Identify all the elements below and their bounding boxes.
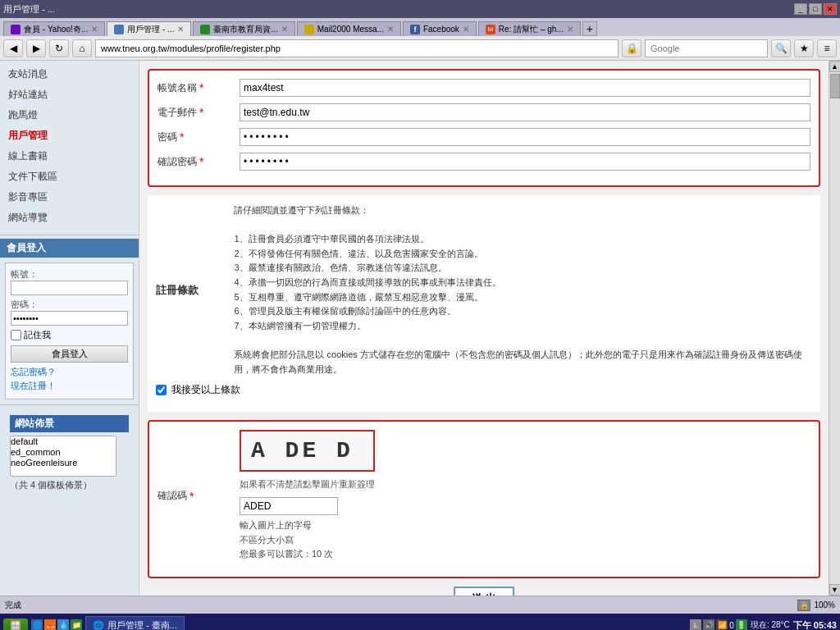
sidebar-item-links[interactable]: 好站連結 xyxy=(0,84,139,105)
login-account-input[interactable] xyxy=(11,281,128,295)
menu-button[interactable]: ≡ xyxy=(817,39,837,57)
tray-network[interactable]: 📶 xyxy=(716,619,728,630)
theme-option-neo[interactable]: neoGreenleisure xyxy=(11,458,116,468)
taskbar-right: L 🔊 📶 0 🔋 現在: 28°C 下午 05:43 xyxy=(690,619,837,631)
login-password-label: 密碼： xyxy=(11,299,128,311)
captcha-hint: 輸入圖片上的字母 不區分大小寫 您最多可以嘗試：10 次 xyxy=(240,518,375,562)
scroll-thumb[interactable] xyxy=(830,74,840,98)
forward-button[interactable]: ▶ xyxy=(26,39,46,57)
maximize-button[interactable]: □ xyxy=(809,3,822,15)
sidebar-item-marquee[interactable]: 跑馬燈 xyxy=(0,105,139,126)
account-required: * xyxy=(199,81,203,94)
tab-gmail[interactable]: M Re: 請幫忙 – gh... ✕ xyxy=(478,21,581,36)
login-remember-row: 記住我 xyxy=(11,329,128,341)
ssl-icon: 🔒 xyxy=(622,39,641,57)
confirm-input[interactable] xyxy=(240,153,810,171)
tab-yahoo[interactable]: 會員 - Yahoo!奇... ✕ xyxy=(3,21,105,36)
title-bar: 用戶管理 - ... _ □ ✕ xyxy=(0,0,840,18)
tab-facebook-label: Facebook xyxy=(423,25,459,34)
sidebar-item-sitemap[interactable]: 網站導覽 xyxy=(0,208,139,228)
account-row: 帳號名稱 * xyxy=(158,79,810,97)
taskbar-icon-3[interactable]: 💧 xyxy=(57,619,69,630)
yahoo-icon xyxy=(11,25,21,34)
tab-user[interactable]: 用戶管理 - ... ✕ xyxy=(107,21,191,36)
captcha-controls: A DE D 如果看不清楚請點擊圖片重新簽理 輸入圖片上的字母 不區分大小寫 您… xyxy=(240,430,375,562)
status-left: 完成 xyxy=(5,600,21,611)
login-remember-checkbox[interactable] xyxy=(11,330,21,340)
taskbar-icons: 🌐 🦊 💧 📁 xyxy=(31,619,82,630)
terms-section: 註冊條款 請仔細閱讀並遵守下列註冊條款： 1、註冊會員必須遵守中華民國的各項法律… xyxy=(148,195,820,412)
scrollbar: ▲ ▼ xyxy=(829,61,840,596)
url-bar[interactable] xyxy=(95,39,619,57)
scroll-up-button[interactable]: ▲ xyxy=(829,61,841,72)
status-text: 完成 xyxy=(5,600,21,611)
theme-count: （共 4 個樣板佈景） xyxy=(10,479,129,491)
tab-tainan[interactable]: 臺南市教育局資... ✕ xyxy=(193,21,294,36)
zoom-level: 100% xyxy=(814,600,835,609)
new-tab-button[interactable]: + xyxy=(582,21,597,36)
taskbar-app-icon: 🌐 xyxy=(93,620,104,631)
terms-checkbox[interactable] xyxy=(156,385,167,395)
main-content: 帳號名稱 * 電子郵件 * 密碼 * xyxy=(139,61,829,596)
login-account-label: 帳號： xyxy=(11,268,128,281)
forgot-password-link[interactable]: 忘記密碼？ xyxy=(11,366,128,378)
login-password-field: 密碼： xyxy=(11,299,128,326)
register-link[interactable]: 現在註冊！ xyxy=(11,380,128,392)
theme-option-default[interactable]: default xyxy=(11,436,116,447)
captcha-refresh-text[interactable]: 如果看不清楚請點擊圖片重新簽理 xyxy=(240,478,375,491)
taskbar-icon-2[interactable]: 🦊 xyxy=(44,619,56,630)
tab-yahoo-close[interactable]: ✕ xyxy=(91,25,98,34)
search-input[interactable] xyxy=(645,39,768,57)
confirm-label: 確認密碼 * xyxy=(158,155,240,169)
tray-sound[interactable]: 🔊 xyxy=(703,619,714,630)
sidebar: 友站消息 好站連結 跑馬燈 用戶管理 線上書籍 文件下載區 影音專區 網站導覽 … xyxy=(0,61,139,596)
tab-mail-close[interactable]: ✕ xyxy=(387,25,394,34)
tab-mail[interactable]: Mail2000 Messa... ✕ xyxy=(297,21,401,36)
tab-gmail-close[interactable]: ✕ xyxy=(567,25,573,34)
terms-title-label: 註冊條款 xyxy=(156,203,226,377)
back-button[interactable]: ◀ xyxy=(3,39,23,57)
email-row: 電子郵件 * xyxy=(158,103,810,121)
minimize-button[interactable]: _ xyxy=(794,3,807,15)
status-bar: 完成 🔒 100% xyxy=(0,596,840,614)
scroll-down-button[interactable]: ▼ xyxy=(829,584,841,596)
password-label: 密碼 * xyxy=(158,130,240,144)
submit-button[interactable]: 送 出 xyxy=(454,587,514,596)
account-input[interactable] xyxy=(240,79,810,97)
sidebar-item-friends[interactable]: 友站消息 xyxy=(0,64,139,84)
email-input[interactable] xyxy=(240,103,810,121)
sidebar-item-online-books[interactable]: 線上書籍 xyxy=(0,146,139,167)
home-button[interactable]: ⌂ xyxy=(72,39,92,57)
theme-select[interactable]: default ed_common neoGreenleisure xyxy=(10,436,116,477)
tab-facebook-close[interactable]: ✕ xyxy=(463,25,469,34)
window-controls: _ □ ✕ xyxy=(794,3,837,15)
confirm-required: * xyxy=(199,155,203,168)
refresh-button[interactable]: ↻ xyxy=(49,39,69,57)
captcha-input[interactable] xyxy=(240,497,338,515)
search-button[interactable]: 🔍 xyxy=(771,39,791,57)
sidebar-item-media[interactable]: 影音專區 xyxy=(0,187,139,208)
page-container: 友站消息 好站連結 跑馬燈 用戶管理 線上書籍 文件下載區 影音專區 網站導覽 … xyxy=(0,61,840,596)
captcha-image[interactable]: A DE D xyxy=(240,430,375,472)
tab-bar: 會員 - Yahoo!奇... ✕ 用戶管理 - ... ✕ 臺南市教育局資..… xyxy=(0,18,840,36)
tab-facebook[interactable]: f Facebook ✕ xyxy=(403,21,477,36)
tab-user-close[interactable]: ✕ xyxy=(177,25,184,34)
start-button[interactable]: 🪟 xyxy=(3,619,28,631)
tab-tainan-close[interactable]: ✕ xyxy=(281,25,288,34)
sidebar-item-downloads[interactable]: 文件下載區 xyxy=(0,167,139,187)
taskbar-app-item[interactable]: 🌐 用戶管理 - 臺南... xyxy=(85,616,185,630)
taskbar-icon-1[interactable]: 🌐 xyxy=(31,619,43,630)
theme-section-title: 網站佈景 xyxy=(10,415,129,432)
gmail-icon: M xyxy=(486,25,495,34)
login-button[interactable]: 會員登入 xyxy=(11,345,128,363)
tab-mail-label: Mail2000 Messa... xyxy=(317,25,384,34)
close-button[interactable]: ✕ xyxy=(824,3,837,15)
password-input[interactable] xyxy=(240,128,810,146)
account-label: 帳號名稱 * xyxy=(158,81,240,95)
sidebar-item-user-mgmt[interactable]: 用戶管理 xyxy=(0,126,139,146)
login-password-input[interactable] xyxy=(11,311,128,326)
taskbar-icon-4[interactable]: 📁 xyxy=(71,619,82,630)
theme-option-ed-common[interactable]: ed_common xyxy=(11,447,116,458)
bookmark-button[interactable]: ★ xyxy=(794,39,814,57)
tab-yahoo-label: 會員 - Yahoo!奇... xyxy=(24,24,88,35)
